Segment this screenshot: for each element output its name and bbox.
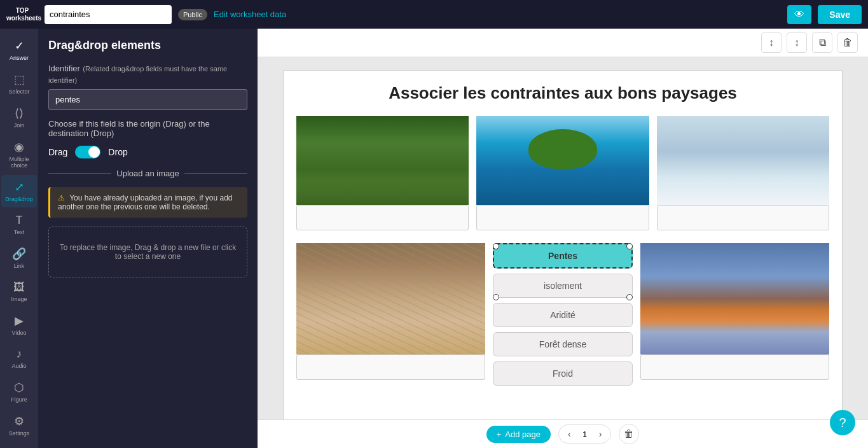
drop-zone-2[interactable] [476,205,649,230]
sort-desc-button[interactable]: ↕ [787,32,807,53]
sort-desc-icon: ↕ [794,37,799,48]
sidebar-label-text: Text [14,229,25,235]
worksheet-title: Associer les contraintes aux bons paysag… [296,83,829,103]
drop-zone-4[interactable] [296,354,485,380]
warning-icon: ⚠ [58,193,65,202]
link-icon: 🔗 [12,247,26,261]
sidebar-item-multiple-choice[interactable]: ◉ Multiple choice [1,135,37,174]
image-grid [296,116,829,230]
add-page-button[interactable]: + Add page [486,426,551,443]
selector-icon: ⬚ [14,73,25,87]
video-icon: ▶ [15,314,24,328]
sidebar-label-multiple-choice: Multiple choice [4,156,34,169]
sidebar-label-selector: Selector [8,88,29,95]
worksheet-title-input[interactable] [45,5,172,24]
drag-item-foret-dense[interactable]: Forêt dense [493,332,633,356]
sidebar-item-image[interactable]: 🖼 Image [1,276,37,307]
public-badge: Public [178,9,207,20]
drop-zone-5[interactable] [640,354,829,380]
image-cell-3 [657,116,829,230]
upload-text: To replace the image, Drag & drop a new … [59,243,237,261]
bottom-bar: + Add page ‹ 1 › 🗑 [258,419,868,448]
sand-image [296,243,485,354]
sidebar-label-link: Link [14,263,25,269]
upload-area[interactable]: To replace the image, Drag & drop a new … [48,227,247,277]
sidebar-label-settings: Settings [9,430,30,437]
sort-asc-icon: ↕ [769,37,774,48]
duplicate-button[interactable]: ⧉ [812,32,832,53]
logo: TOP worksheets [6,7,38,22]
edit-worksheet-link[interactable]: Edit worksheet data [214,10,286,19]
duplicate-icon: ⧉ [819,37,826,48]
lower-section: Pentes isolement Aridité Forêt dense Fro… [296,243,829,386]
sidebar-label-join: Join [14,122,25,129]
drag-item-pentes[interactable]: Pentes [493,243,633,269]
ice-image [657,116,829,205]
right-area: ↕ ↕ ⧉ 🗑 Associer les contraintes aux bon… [258,29,868,448]
sort-asc-button[interactable]: ↕ [761,32,782,53]
divider-right [184,173,247,174]
sidebar-item-answer[interactable]: ✓ Answer [1,34,37,66]
image-icon: 🖼 [13,281,25,294]
delete-page-button[interactable]: 🗑 [619,424,639,444]
drag-drop-toggle[interactable] [75,146,100,158]
upload-divider-text: Upload an image [116,169,179,178]
sidebar-item-link[interactable]: 🔗 Link [1,242,37,274]
identifier-input[interactable] [48,89,247,110]
drag-item-isolement[interactable]: isolement [493,274,633,298]
warning-text: You have already uploaded an image, if y… [58,193,233,211]
sidebar-item-settings[interactable]: ⚙ Settings [1,409,37,442]
drag-item-froid[interactable]: Froid [493,361,633,386]
sidebar-item-audio[interactable]: ♪ Audio [1,342,37,374]
left-panel: Drag&drop elements Identifier (Related d… [38,29,258,448]
resize-handle-tr[interactable] [626,243,633,249]
sidebar-item-figure[interactable]: ⬡ Figure [1,375,37,408]
sidebar-item-text[interactable]: T Text [1,209,37,241]
topbar: TOP worksheets Public Edit worksheet dat… [0,0,868,29]
trash-icon: 🗑 [843,37,853,48]
main-layout: ✓ Answer ⬚ Selector ⟨⟩ Join ◉ Multiple c… [0,29,868,448]
help-button[interactable]: ? [830,410,855,435]
multiple-choice-icon: ◉ [14,140,24,154]
help-icon: ? [839,416,846,430]
sidebar-label-figure: Figure [11,396,27,403]
toolbar: ↕ ↕ ⧉ 🗑 [258,29,868,57]
figure-icon: ⬡ [14,381,24,395]
delete-page-icon: 🗑 [624,428,634,440]
sidebar-label-image: Image [11,296,27,302]
forest-image [296,116,469,205]
resize-handle-bl[interactable] [493,294,499,300]
drag-drop-toggle-row: Drag Drop [48,146,247,158]
page-number: 1 [579,430,591,439]
plus-icon: + [497,430,502,439]
sidebar-item-video[interactable]: ▶ Video [1,309,37,341]
sidebar-label-audio: Audio [11,363,26,369]
toggle-knob [88,146,100,158]
add-page-label: Add page [505,430,541,439]
image-cell-2 [476,116,649,230]
delete-button[interactable]: 🗑 [837,32,858,53]
preview-button[interactable]: 👁 [787,5,811,24]
island-image [476,116,649,205]
sidebar-item-selector[interactable]: ⬚ Selector [1,67,37,100]
identifier-label: Identifier [48,64,80,73]
resize-handle-br[interactable] [626,294,633,300]
save-button[interactable]: Save [818,5,862,24]
drag-item-aridite[interactable]: Aridité [493,303,633,327]
sidebar-item-join[interactable]: ⟨⟩ Join [1,101,37,134]
panel-title: Drag&drop elements [48,39,247,52]
join-icon: ⟨⟩ [15,106,24,120]
canvas-area: Associer les contraintes aux bons paysag… [258,57,868,419]
drop-zone-3[interactable] [657,205,829,230]
resize-handle-tl[interactable] [493,243,499,249]
lower-left-cell [296,243,485,380]
sidebar-item-drag-drop[interactable]: ⤢ Drag&drop [1,175,37,207]
identifier-section: Identifier (Related drag&drop fields mus… [48,62,247,110]
drag-label: Drag [48,147,67,157]
next-page-button[interactable]: › [596,428,605,440]
sidebar-label-video: Video [12,330,27,336]
mountain-image [640,243,829,354]
drop-zone-1[interactable] [296,205,469,230]
prev-page-button[interactable]: ‹ [565,428,574,440]
choose-text: Choose if this field is the origin (Drag… [48,119,247,138]
